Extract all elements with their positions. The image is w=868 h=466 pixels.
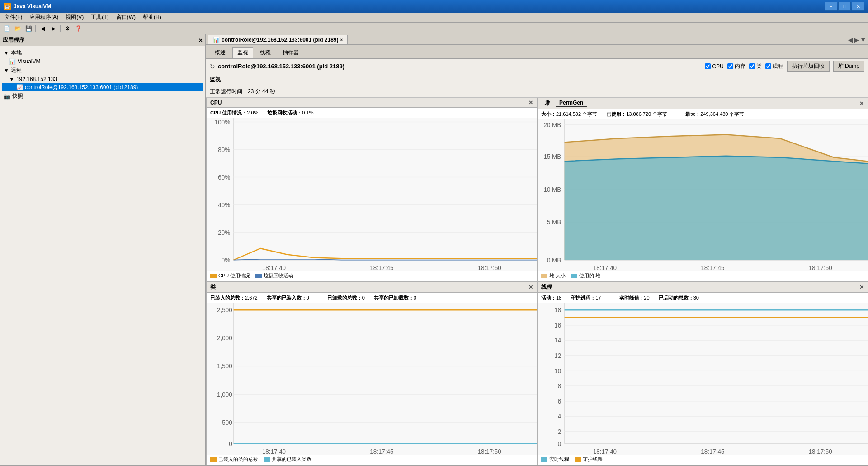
tree-control-role[interactable]: 📈 controlRole@192.168.152.133:6001 (pid … — [2, 83, 203, 91]
cpu-svg: 100% 80% 60% 40% 20% 0% 18:17:40 18:17 — [207, 118, 537, 271]
cpu-checkbox[interactable] — [705, 63, 711, 69]
toolbar-save[interactable]: 💾 — [24, 24, 33, 33]
class-svg: 2,500 2,000 1,500 1,000 500 0 18:17:40 — [207, 303, 537, 455]
thread-chart-body: 18 16 14 12 10 8 6 4 — [538, 303, 868, 455]
memory-checkbox-label[interactable]: 内存 — [727, 62, 745, 70]
svg-text:18:17:50: 18:17:50 — [809, 264, 832, 271]
svg-text:80%: 80% — [218, 146, 230, 153]
uptime-label: 正常运行时间：23 分 44 秒 — [210, 88, 275, 95]
tab-nav-prev[interactable]: ◀ — [848, 36, 853, 43]
class-chart-stats: 已装入的总数：2,672 共享的已装入数：0 已卸载的总数：0 共享的已卸载数：… — [207, 293, 537, 303]
svg-text:18:17:40: 18:17:40 — [593, 264, 617, 271]
menu-view[interactable]: 视图(V) — [63, 13, 86, 22]
started-threads-label: 已启动的总数：30 — [659, 295, 699, 301]
class-chart-header: 类 ✕ — [207, 282, 537, 293]
heap-chart-legend: 堆 大小 使用的 堆 — [538, 271, 868, 281]
tab-overview[interactable]: 概述 — [210, 47, 231, 58]
class-chart-legend: 已装入的类的总数 共享的已装入类数 — [207, 455, 537, 465]
thread-checkbox-label[interactable]: 线程 — [765, 62, 783, 70]
class-checkbox-label[interactable]: 类 — [749, 62, 762, 70]
charts-grid: CPU ✕ CPU 使用情况：2.0% 垃圾回收活动：0.1% — [206, 98, 868, 465]
snapshot-icon: 📷 — [4, 93, 10, 100]
tab-sampler[interactable]: 抽样器 — [278, 47, 304, 58]
svg-text:18:17:40: 18:17:40 — [262, 447, 286, 455]
minimize-button[interactable]: − — [825, 2, 837, 11]
svg-text:18:17:50: 18:17:50 — [478, 447, 501, 455]
menu-help[interactable]: 帮助(H) — [140, 13, 164, 22]
cpu-checkbox-label[interactable]: CPU — [705, 63, 723, 70]
cpu-usage-label: CPU 使用情况：2.0% — [210, 109, 258, 116]
class-chart-close[interactable]: ✕ — [528, 284, 533, 290]
thread-chart-close[interactable]: ✕ — [859, 284, 864, 290]
toolbar-open[interactable]: 📂 — [13, 24, 23, 33]
toolbar-settings[interactable]: ⚙ — [62, 24, 72, 33]
tree-visualvm[interactable]: 📊 VisualVM — [2, 57, 203, 66]
svg-text:0: 0 — [558, 440, 561, 447]
svg-text:0%: 0% — [222, 256, 231, 264]
tab-threads[interactable]: 线程 — [255, 47, 276, 58]
heap-dump-button[interactable]: 堆 Dump — [833, 61, 864, 72]
heap-svg: 20 MB 15 MB 10 MB 5 MB 0 MB 18:17:40 18:… — [538, 119, 868, 271]
host-expand-icon: ▼ — [9, 76, 14, 82]
svg-text:1,500: 1,500 — [217, 362, 232, 370]
toolbar-forward[interactable]: ▶ — [48, 24, 58, 33]
svg-text:10 MB: 10 MB — [543, 185, 561, 193]
thread-checkbox[interactable] — [765, 63, 771, 69]
local-label: 本地 — [11, 49, 22, 57]
svg-text:20 MB: 20 MB — [543, 121, 561, 128]
menu-file[interactable]: 文件(F) — [2, 13, 25, 22]
svg-text:8: 8 — [558, 382, 561, 390]
close-button[interactable]: ✕ — [852, 2, 864, 11]
svg-text:2,000: 2,000 — [217, 334, 232, 342]
cpu-chart-close[interactable]: ✕ — [528, 100, 533, 106]
heap-chart-stats: 大小：21,614,592 个字节 已使用：13,086,720 个字节 最大：… — [538, 109, 868, 119]
class-checkbox[interactable] — [749, 63, 755, 69]
tab-nav-next[interactable]: ▶ — [854, 36, 859, 43]
svg-text:18:17:40: 18:17:40 — [262, 264, 286, 271]
svg-text:12: 12 — [554, 352, 561, 359]
tab-bar: 📊 controlRole@192.168.152.133:6001 (pid … — [206, 34, 868, 45]
daemon-thread-color — [575, 457, 581, 462]
main-layout: 应用程序 × ▼ 本地 📊 VisualVM ▼ 远程 ▼ 192.168.15… — [0, 34, 868, 465]
toolbar-help[interactable]: ❓ — [73, 24, 83, 33]
main-tab-close[interactable]: × — [340, 38, 343, 43]
monitor-section-label: 监视 — [210, 76, 221, 83]
heap-used-color — [571, 274, 577, 278]
svg-text:5 MB: 5 MB — [547, 218, 561, 226]
process-icon: 📈 — [16, 84, 23, 90]
tree-local[interactable]: ▼ 本地 — [2, 48, 203, 57]
restore-button[interactable]: □ — [838, 2, 851, 11]
main-tab[interactable]: 📊 controlRole@192.168.152.133:6001 (pid … — [208, 35, 348, 44]
memory-checkbox[interactable] — [727, 63, 733, 69]
thread-chart-panel: 线程 ✕ 活动：18 守护进程：17 实时峰值：20 已启动的总数：30 — [537, 281, 868, 465]
monitor-title: controlRole@192.168.152.133:6001 (pid 21… — [218, 63, 344, 70]
tab-nav-menu[interactable]: ▼ — [860, 36, 866, 43]
menu-tools[interactable]: 工具(T) — [88, 13, 111, 22]
cpu-legend-gc: 垃圾回收活动 — [255, 272, 293, 279]
daemon-thread-legend: 守护线程 — [575, 456, 603, 463]
tree-snapshot[interactable]: 📷 快照 — [2, 91, 203, 101]
tab-monitor[interactable]: 监视 — [232, 47, 253, 58]
permgen-tab[interactable]: PermGen — [556, 100, 587, 107]
class-chart-title: 类 — [210, 283, 216, 291]
toolbar-back[interactable]: ◀ — [38, 24, 47, 33]
cpu-chart-panel: CPU ✕ CPU 使用情况：2.0% 垃圾回收活动：0.1% — [206, 98, 537, 281]
menu-bar: 文件(F) 应用程序(A) 视图(V) 工具(T) 窗口(W) 帮助(H) — [0, 13, 868, 23]
remote-label: 远程 — [11, 67, 22, 74]
svg-text:18:17:45: 18:17:45 — [701, 264, 724, 271]
menu-app[interactable]: 应用程序(A) — [27, 13, 61, 22]
heap-chart-close[interactable]: ✕ — [859, 100, 864, 107]
toolbar-separator-2 — [60, 25, 61, 32]
class-chart-panel: 类 ✕ 已装入的总数：2,672 共享的已装入数：0 已卸载的总数：0 共享的已… — [206, 281, 537, 465]
left-panel-close[interactable]: × — [199, 37, 203, 44]
svg-text:14: 14 — [554, 337, 561, 344]
heap-tab[interactable]: 堆 — [541, 100, 554, 107]
tree-host[interactable]: ▼ 192.168.152.133 — [2, 75, 203, 83]
tree-remote[interactable]: ▼ 远程 — [2, 66, 203, 75]
app-tree-icon: 📊 — [9, 58, 16, 65]
gc-button[interactable]: 执行垃圾回收 — [787, 61, 830, 72]
app-title: Java VisualVM — [14, 3, 51, 10]
menu-window[interactable]: 窗口(W) — [113, 13, 138, 22]
svg-text:18: 18 — [554, 306, 561, 314]
toolbar-new[interactable]: 📄 — [2, 24, 12, 33]
